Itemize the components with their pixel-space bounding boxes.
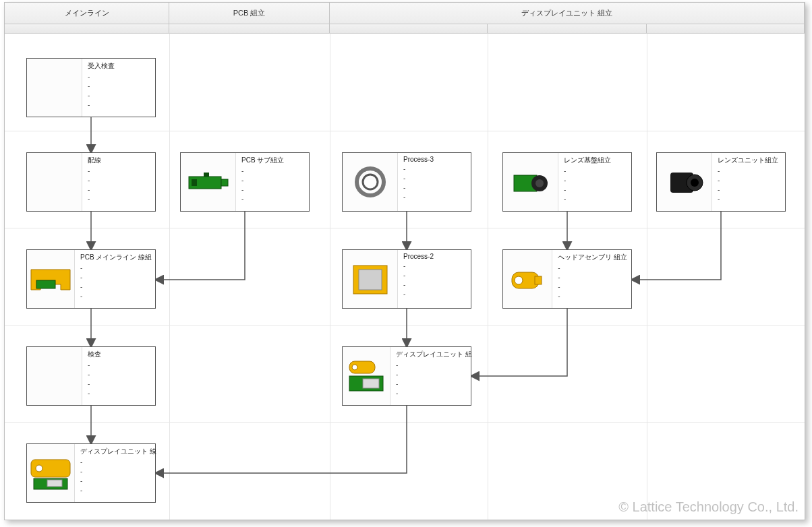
- process-node[interactable]: 配線 - - - -: [26, 152, 156, 212]
- node-title: レンズユニット組立: [718, 156, 781, 165]
- node-title: PCB サブ組立: [241, 156, 305, 165]
- node-field: -: [403, 282, 467, 288]
- node-field: -: [718, 196, 781, 203]
- node-field: -: [718, 187, 781, 193]
- node-field: -: [396, 390, 472, 397]
- yellow-head-icon: [504, 260, 551, 298]
- node-field: -: [558, 284, 627, 290]
- process-node[interactable]: ディスプレイユニット 組 - - - -: [342, 346, 471, 406]
- process-node[interactable]: 検査 - - - -: [26, 346, 156, 406]
- subheader-cell: [169, 24, 330, 33]
- node-title: PCB メインライン 線組: [80, 253, 152, 262]
- node-title: ディスプレイユニット 線: [80, 447, 156, 456]
- ring-icon: [347, 163, 394, 201]
- node-title: ディスプレイユニット 組: [396, 350, 472, 359]
- node-field: -: [88, 102, 151, 108]
- node-field: -: [80, 284, 152, 290]
- node-field: -: [403, 185, 467, 191]
- process-node[interactable]: Process-3 - - - -: [342, 152, 471, 212]
- process-node[interactable]: ディスプレイユニット 線 - - - -: [26, 443, 156, 503]
- node-field: -: [396, 362, 472, 369]
- subheader-cell: [488, 24, 647, 33]
- node-field: -: [403, 175, 467, 182]
- process-node[interactable]: レンズユニット組立 - - - -: [656, 152, 786, 212]
- process-node[interactable]: レンズ基盤組立 - - - -: [502, 152, 632, 212]
- lens-black-icon: [661, 163, 708, 201]
- svg-rect-3: [221, 179, 228, 186]
- svg-rect-4: [204, 173, 209, 177]
- node-title: 受入検査: [88, 61, 151, 71]
- node-thumb: [27, 250, 75, 308]
- svg-point-24: [36, 465, 42, 472]
- column-subheaders: [5, 24, 805, 34]
- process-node[interactable]: ヘッドアセンブリ 組立 - - - -: [502, 249, 632, 309]
- node-field: -: [88, 187, 151, 193]
- svg-rect-26: [47, 480, 62, 487]
- node-field: -: [718, 177, 781, 184]
- node-thumb: [343, 153, 398, 211]
- header-label: ディスプレイユニット 組立: [521, 8, 612, 18]
- process-node[interactable]: PCB サブ組立 - - - -: [180, 152, 310, 212]
- node-thumb: [657, 153, 712, 211]
- node-thumb: [343, 250, 398, 308]
- node-thumb: [27, 59, 82, 117]
- process-node[interactable]: 受入検査 - - - -: [26, 58, 156, 117]
- node-thumb: [27, 347, 82, 405]
- node-field: -: [396, 371, 472, 378]
- process-node[interactable]: Process-2 - - - -: [342, 249, 471, 309]
- node-field: -: [80, 459, 156, 466]
- node-field: -: [558, 293, 627, 300]
- sheet: メインライン PCB 組立 ディスプレイユニット 組立: [4, 2, 805, 520]
- node-thumb: [27, 153, 82, 211]
- svg-point-5: [357, 168, 384, 195]
- node-field: -: [88, 92, 151, 99]
- node-field: -: [564, 177, 627, 184]
- node-field: -: [396, 381, 472, 388]
- pcb-icon: [185, 163, 232, 201]
- node-field: -: [88, 168, 151, 175]
- node-title: 配線: [88, 156, 151, 165]
- svg-point-9: [535, 179, 544, 187]
- node-field: -: [564, 196, 627, 203]
- node-field: -: [88, 371, 151, 378]
- node-thumb: [503, 250, 552, 308]
- node-field: -: [80, 265, 152, 272]
- node-field: -: [564, 168, 627, 175]
- node-field: -: [80, 478, 156, 485]
- node-thumb: [181, 153, 236, 211]
- disp-full-icon: [27, 454, 74, 492]
- panel-icon: [347, 260, 394, 298]
- svg-point-12: [691, 179, 699, 187]
- node-field: -: [403, 272, 467, 279]
- node-title: Process-3: [403, 156, 467, 163]
- node-field: -: [241, 177, 305, 184]
- lens-pcb-icon: [507, 163, 554, 201]
- node-field: -: [88, 83, 151, 90]
- node-field: -: [241, 168, 305, 175]
- header-main-line: メインライン: [5, 3, 169, 24]
- node-field: -: [88, 73, 151, 80]
- header-pcb: PCB 組立: [169, 3, 330, 24]
- node-field: -: [80, 487, 156, 494]
- node-title: Process-2: [403, 253, 467, 260]
- node-title: レンズ基盤組立: [564, 156, 627, 165]
- node-field: -: [88, 362, 151, 369]
- subheader-cell: [330, 24, 488, 33]
- node-field: -: [80, 274, 152, 281]
- node-field: -: [241, 196, 305, 203]
- process-node[interactable]: PCB メインライン 線組 - - - -: [26, 249, 156, 309]
- node-field: -: [88, 196, 151, 203]
- node-title: ヘッドアセンブリ 組立: [558, 253, 627, 262]
- svg-rect-22: [363, 379, 379, 388]
- node-field: -: [558, 265, 627, 272]
- node-thumb: [27, 444, 75, 502]
- header-label: PCB 組立: [233, 8, 266, 18]
- node-field: -: [403, 291, 467, 298]
- node-field: -: [241, 187, 305, 193]
- svg-point-20: [352, 365, 357, 370]
- svg-point-6: [363, 175, 378, 189]
- yellow-shell-icon: [27, 260, 74, 298]
- node-field: -: [403, 263, 467, 270]
- diagram-canvas[interactable]: 受入検査 - - - - 配線 - - - -: [5, 34, 805, 520]
- node-title: 検査: [88, 350, 151, 359]
